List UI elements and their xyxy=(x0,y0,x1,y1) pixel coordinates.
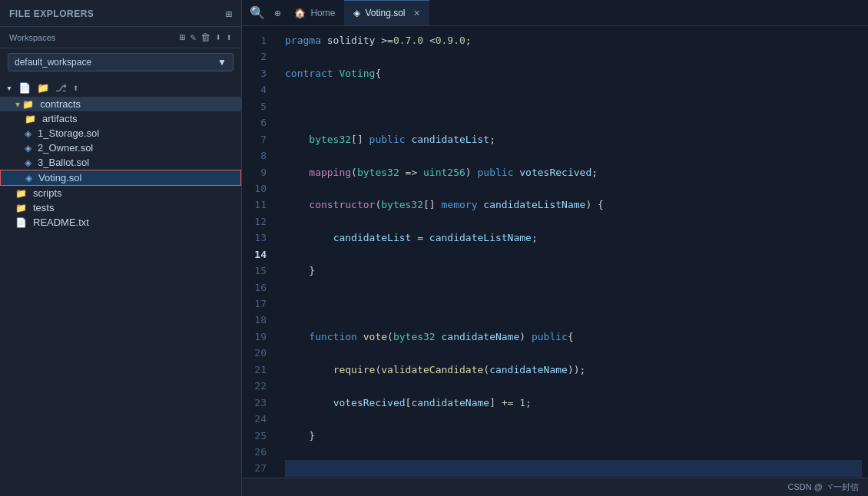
3ballot-label: 3_Ballot.sol xyxy=(38,157,89,168)
expand-icon[interactable]: ▾ xyxy=(6,82,12,94)
bottom-label: CSDN @ ヾ一封信 xyxy=(788,481,859,493)
home-tab-label: Home xyxy=(310,8,335,18)
bottom-bar: CSDN @ ヾ一封信 xyxy=(242,478,868,496)
download-workspace-icon[interactable]: ⬇ xyxy=(215,31,221,43)
new-folder-icon[interactable]: 📁 xyxy=(37,82,49,94)
sidebar-title: FILE EXPLORERS xyxy=(9,8,94,19)
upload-workspace-icon[interactable]: ⬆ xyxy=(226,31,232,43)
sidebar-header: FILE EXPLORERS ⊞ xyxy=(0,0,241,27)
grid-icon[interactable]: ⊞ xyxy=(226,8,232,20)
workspace-selector[interactable]: default_workspace ▼ xyxy=(8,53,234,71)
zoom-in-button[interactable]: ⊕ xyxy=(270,4,285,22)
workspaces-bar: Workspaces ⊞ ✎ 🗑 ⬇ ⬆ xyxy=(0,27,241,48)
tab-bar: 🔍 ⊕ 🏠 Home ◈ Voting.sol ✕ xyxy=(242,0,868,26)
tab-home[interactable]: 🏠 Home xyxy=(285,0,344,25)
sidebar: FILE EXPLORERS ⊞ Workspaces ⊞ ✎ 🗑 ⬇ ⬆ de… xyxy=(0,0,242,496)
workspaces-icons: ⊞ ✎ 🗑 ⬇ ⬆ xyxy=(180,31,232,43)
sol-file-icon-voting: ◈ xyxy=(25,173,32,184)
line-numbers: 12345 678910 1112131415 1617181920 21222… xyxy=(242,26,273,478)
sidebar-item-artifacts[interactable]: 📁 artifacts xyxy=(0,111,241,126)
home-tab-icon: 🏠 xyxy=(294,8,306,18)
tab-close-button[interactable]: ✕ xyxy=(413,8,420,18)
text-file-icon: 📄 xyxy=(15,217,27,228)
sol-file-icon-3: ◈ xyxy=(25,157,31,168)
tests-label: tests xyxy=(33,202,54,213)
voting-tab-label: Voting.sol xyxy=(365,8,405,18)
readme-label: README.txt xyxy=(33,217,89,228)
sidebar-item-tests[interactable]: 📁 tests xyxy=(0,200,241,215)
voting-tab-icon: ◈ xyxy=(353,8,360,18)
code-content[interactable]: pragma solidity >=0.7.0 <0.9.0; contract… xyxy=(273,26,868,478)
sol-file-icon: ◈ xyxy=(25,128,31,139)
1storage-label: 1_Storage.sol xyxy=(38,127,99,139)
folder-icon-tests: 📁 xyxy=(15,203,27,213)
2owner-label: 2_Owner.sol xyxy=(38,142,93,154)
sidebar-item-contracts[interactable]: ▾ 📁 contracts xyxy=(0,97,241,111)
sidebar-item-voting[interactable]: ◈ Voting.sol xyxy=(0,170,241,186)
git-icon[interactable]: ⎇ xyxy=(55,82,67,94)
upload-file-icon[interactable]: ⬆ xyxy=(73,82,79,94)
sidebar-item-scripts[interactable]: 📁 scripts xyxy=(0,186,241,200)
folder-icon-scripts: 📁 xyxy=(15,188,27,199)
chevron-down-icon: ▼ xyxy=(217,57,227,68)
scripts-label: scripts xyxy=(33,187,62,199)
delete-workspace-icon[interactable]: 🗑 xyxy=(200,31,210,43)
zoom-out-button[interactable]: 🔍 xyxy=(245,2,270,23)
file-tree: ▾ 📄 📁 ⎇ ⬆ ▾ 📁 contracts 📁 artifacts ◈ 1_… xyxy=(0,76,241,496)
add-workspace-icon[interactable]: ⊞ xyxy=(180,31,186,43)
voting-label: Voting.sol xyxy=(38,172,81,184)
folder-open-icon: ▾ 📁 xyxy=(15,99,34,110)
folder-icon: 📁 xyxy=(25,114,36,124)
tree-root-icons: ▾ 📄 📁 ⎇ ⬆ xyxy=(0,79,241,97)
workspace-name: default_workspace xyxy=(15,57,91,68)
sidebar-item-3ballot[interactable]: ◈ 3_Ballot.sol xyxy=(0,155,241,170)
workspaces-label: Workspaces xyxy=(9,33,55,42)
new-file-icon[interactable]: 📄 xyxy=(18,82,31,94)
artifacts-label: artifacts xyxy=(42,113,78,124)
sidebar-item-readme[interactable]: 📄 README.txt xyxy=(0,215,241,230)
code-area[interactable]: 12345 678910 1112131415 1617181920 21222… xyxy=(242,26,868,478)
sidebar-item-2owner[interactable]: ◈ 2_Owner.sol xyxy=(0,141,241,155)
tab-voting[interactable]: ◈ Voting.sol ✕ xyxy=(344,0,429,25)
main-editor: 🔍 ⊕ 🏠 Home ◈ Voting.sol ✕ 12345 678910 1… xyxy=(242,0,868,496)
sidebar-item-1storage[interactable]: ◈ 1_Storage.sol xyxy=(0,126,241,141)
contracts-label: contracts xyxy=(40,98,81,110)
edit-workspace-icon[interactable]: ✎ xyxy=(190,31,197,43)
sol-file-icon-2: ◈ xyxy=(25,143,31,154)
